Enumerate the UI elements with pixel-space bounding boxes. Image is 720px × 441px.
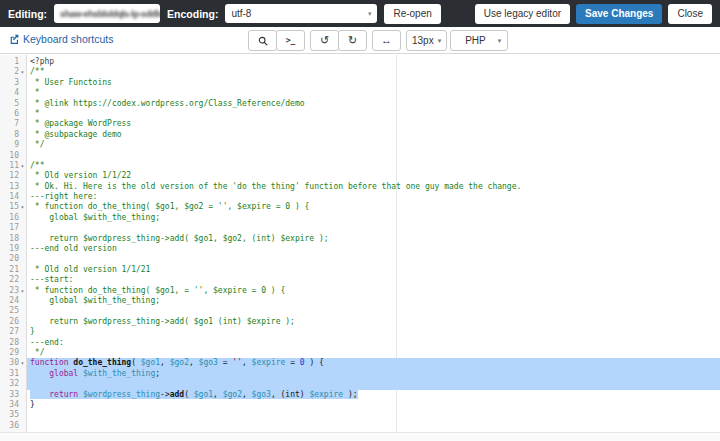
redo-icon: ↻ [348,35,357,46]
line-number: 13 [0,182,27,192]
line-number: 36 [0,421,27,431]
editing-label: Editing: [8,8,47,20]
editor-toolbar: Keyboard shortcuts >_ ↺ ↻ ↔ 13px ▾ PHP [0,27,720,54]
code-line: 7 * @package WordPress [0,119,720,129]
code-line: 27} [0,327,720,337]
redo-button[interactable]: ↻ [338,30,367,51]
search-button[interactable] [248,30,277,51]
keyboard-shortcuts-link[interactable]: Keyboard shortcuts [9,33,113,45]
code-line: 33 return $wordpress_thing->add( $go1, $… [0,390,720,400]
code-line: 2▾/** [0,67,720,77]
close-button[interactable]: Close [668,4,712,24]
fold-arrow-icon[interactable]: ▾ [19,202,26,212]
line-number: 7 [0,119,27,129]
code-line: 9 */ [0,140,720,150]
code-line: 21 * Old old version 1/1/21 [0,265,720,275]
line-number: 28 [0,338,27,348]
encoding-select[interactable]: utf-8 ▾ [225,4,377,23]
font-size-value: 13px [412,35,434,46]
undo-button[interactable]: ↺ [310,30,339,51]
line-number: 29 [0,348,27,358]
line-number: 2▾ [0,67,27,77]
line-number: 5 [0,99,27,109]
horizontal-arrows-icon: ↔ [381,35,392,46]
line-number: 3 [0,78,27,88]
line-number: 31 [0,369,27,379]
code-line: 34} [0,400,720,410]
code-line: 28---end: [0,338,720,348]
fold-arrow-icon[interactable]: ▾ [19,286,26,296]
code-line: 6 * [0,109,720,119]
chevron-down-icon: ▾ [362,10,372,18]
syntax-mode-select[interactable]: PHP ▾ [450,30,508,51]
fold-arrow-icon[interactable]: ▾ [19,358,26,368]
line-number: 27 [0,327,27,337]
code-line: 13 * Ok. Hi. Here is the old version of … [0,182,720,192]
code-line: 25 [0,306,720,316]
code-line: 23▾ * function do_the_thing( $go1, = '',… [0,286,720,296]
code-line: 22---start: [0,275,720,285]
horizontal-scrollbar-track[interactable] [0,432,720,441]
search-icon [258,36,268,46]
line-number: 21 [0,265,27,275]
code-lines[interactable]: 1<?php2▾/**3 * User Functoins4 *5 * @lin… [0,57,720,431]
line-number: 8 [0,130,27,140]
line-number: 4 [0,88,27,98]
syntax-mode-value: PHP [457,35,493,46]
code-line: 4 * [0,88,720,98]
code-line: 10 [0,151,720,161]
line-number: 11▾ [0,161,27,171]
toggle-fullwidth-button[interactable]: ↔ [372,30,401,51]
editing-path-value-redacted: shaw-ehsblsldqls-lp-sddls_b [60,9,160,19]
line-number: 34 [0,400,27,410]
line-number: 6 [0,109,27,119]
external-link-icon [9,34,19,44]
fold-arrow-icon[interactable]: ▾ [19,67,26,77]
line-number: 26 [0,317,27,327]
fold-arrow-icon[interactable]: ▾ [19,161,26,171]
use-legacy-editor-button[interactable]: Use legacy editor [475,4,570,24]
code-line: 17 [0,223,720,233]
code-line: 29 */ [0,348,720,358]
code-editor[interactable]: 1<?php2▾/**3 * User Functoins4 *5 * @lin… [0,55,720,441]
line-number: 15▾ [0,202,27,212]
code-line: 35 [0,410,720,420]
file-editor-window: Editing: shaw-ehsblsldqls-lp-sddls_b Enc… [0,0,720,441]
code-line: 15▾ * function do_the_thing( $go1, $go2 … [0,202,720,212]
code-line: 24 global $with_the_thing; [0,296,720,306]
code-line: 26 return $wordpress_thing->add( $go1 (i… [0,317,720,327]
code-line: 12 * Old version 1/1/22 [0,171,720,181]
line-number: 32 [0,379,27,389]
code-line: 3 * User Functoins [0,78,720,88]
encoding-label: Encoding: [167,8,218,20]
code-line: 14---right here: [0,192,720,202]
chevron-down-icon: ▾ [438,37,442,45]
line-number: 20 [0,254,27,264]
code-line: 30▾function do_the_thing( $go1, $go2, $g… [0,358,720,368]
code-line: 18 return $wordpress_thing->add( $go1, $… [0,234,720,244]
code-line: 11▾/** [0,161,720,171]
editing-path-input[interactable]: shaw-ehsblsldqls-lp-sddls_b [54,4,160,23]
line-number: 35 [0,410,27,420]
code-line: 5 * @link https://codex.wordpress.org/Cl… [0,99,720,109]
code-line: 16 global $with_the_thing; [0,213,720,223]
line-number: 33 [0,390,27,400]
code-line: 32 [0,379,720,389]
reopen-button[interactable]: Re-open [384,4,440,24]
editor-header-bar: Editing: shaw-ehsblsldqls-lp-sddls_b Enc… [0,0,720,27]
font-size-select[interactable]: 13px ▾ [406,30,447,51]
line-number: 1 [0,57,27,67]
encoding-selected-value: utf-8 [231,8,251,19]
console-button[interactable]: >_ [276,30,305,51]
code-line: 36 [0,421,720,431]
line-number: 9 [0,140,27,150]
line-number: 16 [0,213,27,223]
save-changes-button[interactable]: Save Changes [576,4,662,24]
code-line: 31 global $with_the_thing; [0,369,720,379]
code-line: 19---end old version [0,244,720,254]
line-number: 22 [0,275,27,285]
line-number: 19 [0,244,27,254]
code-line: 20 [0,254,720,264]
code-line: 1<?php [0,57,720,67]
line-number: 23▾ [0,286,27,296]
